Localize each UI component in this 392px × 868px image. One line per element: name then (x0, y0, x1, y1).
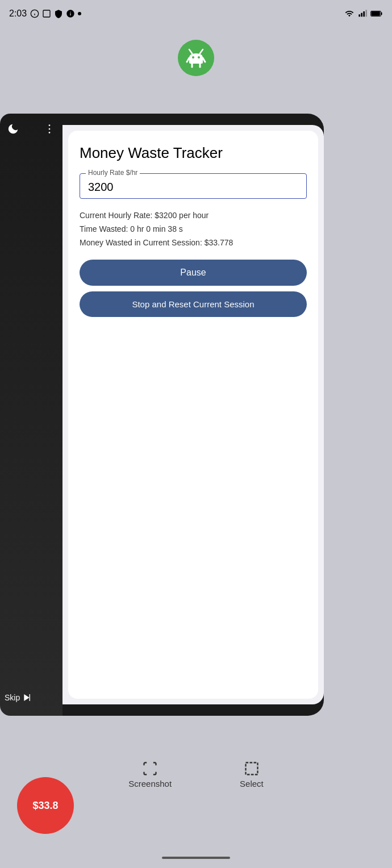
phone-frame: Money Waste Tracker Hourly Rate $/hr 320… (62, 114, 324, 716)
left-panel: Skip (0, 114, 62, 716)
svg-marker-23 (24, 694, 30, 701)
skip-label: Skip (5, 693, 20, 702)
current-hourly-rate-text: Current Hourly Rate: $3200 per hour (80, 209, 307, 223)
skip-button[interactable]: Skip (5, 693, 31, 702)
pause-button[interactable]: Pause (80, 260, 307, 286)
money-badge[interactable]: $33.8 (17, 777, 74, 834)
select-toolbar-item[interactable]: Select (240, 761, 264, 788)
app-title: Money Waste Tracker (80, 144, 307, 162)
android-logo (178, 40, 214, 76)
screenshot-toolbar-item[interactable]: Screenshot (128, 761, 172, 788)
android-robot-icon (185, 47, 207, 69)
status-icons (30, 9, 81, 18)
svg-rect-10 (381, 12, 382, 15)
battery-icon (370, 9, 383, 18)
window-icon (42, 9, 51, 18)
select-icon (244, 761, 260, 777)
svg-point-14 (192, 56, 194, 59)
svg-rect-24 (30, 694, 30, 701)
app-content: Money Waste Tracker Hourly Rate $/hr 320… (68, 131, 318, 699)
money-badge-value: $33.8 (32, 800, 58, 812)
svg-rect-7 (363, 11, 365, 16)
select-label: Select (240, 779, 264, 788)
input-label: Hourly Rate $/hr (86, 169, 140, 177)
svg-line-13 (200, 49, 203, 53)
shield-icon (54, 9, 63, 18)
svg-point-21 (49, 128, 51, 130)
info-stats: Current Hourly Rate: $3200 per hour Time… (80, 209, 307, 249)
status-time: 2:03 (9, 9, 27, 19)
signal-icon (357, 9, 368, 18)
svg-rect-6 (361, 13, 362, 17)
svg-line-12 (189, 49, 192, 53)
wifi-icon (344, 9, 355, 18)
notification-dot (78, 12, 81, 15)
home-indicator (162, 857, 230, 859)
svg-point-15 (198, 56, 200, 59)
status-left: 2:03 (9, 9, 81, 19)
android-icon-wrapper (178, 40, 214, 76)
time-wasted-text: Time Wasted: 0 hr 0 min 38 s (80, 223, 307, 236)
svg-point-20 (49, 124, 51, 126)
screenshot-icon (142, 761, 158, 777)
screenshot-label: Screenshot (128, 779, 172, 788)
status-right-icons (344, 9, 383, 18)
svg-line-19 (203, 58, 205, 62)
hourly-rate-value[interactable]: 3200 (88, 181, 298, 194)
svg-point-4 (78, 12, 81, 15)
more-options-icon[interactable] (43, 123, 56, 135)
svg-line-18 (187, 58, 189, 62)
svg-rect-11 (371, 11, 380, 15)
moon-icon (7, 123, 19, 135)
stop-reset-button[interactable]: Stop and Reset Current Session (80, 291, 307, 317)
svg-rect-5 (358, 14, 360, 16)
info-icon (30, 9, 39, 18)
svg-rect-3 (43, 10, 50, 17)
svg-rect-8 (365, 10, 367, 16)
phone-screen: Money Waste Tracker Hourly Rate $/hr 320… (62, 125, 324, 704)
hourly-rate-input-wrapper[interactable]: Hourly Rate $/hr 3200 (80, 173, 307, 199)
status-bar: 2:03 (0, 0, 392, 27)
data-saver-icon (66, 9, 75, 18)
svg-rect-25 (245, 763, 257, 775)
panel-top-icons (5, 120, 58, 137)
money-wasted-text: Money Wasted in Current Session: $33.778 (80, 236, 307, 250)
svg-point-22 (49, 132, 51, 133)
skip-forward-icon (22, 693, 31, 702)
